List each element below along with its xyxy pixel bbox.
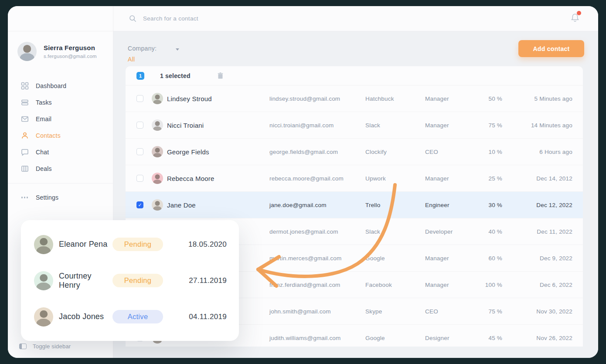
avatar xyxy=(152,146,163,157)
contact-percent: 45 % xyxy=(483,335,502,341)
app-window: Sierra Ferguson s.ferguson@gmail.com Das… xyxy=(8,6,598,358)
trash-icon xyxy=(218,72,223,79)
card-contact-name: Courtney Henry xyxy=(59,272,112,290)
avatar xyxy=(34,235,53,254)
topbar xyxy=(113,6,598,31)
selected-count-badge: 1 xyxy=(136,72,144,80)
search-bar[interactable] xyxy=(129,15,570,22)
sidebar-item-settings[interactable]: Settings xyxy=(8,189,113,206)
avatar xyxy=(152,93,163,104)
toggle-sidebar-button[interactable]: Toggle sidebar xyxy=(19,343,71,350)
contact-company: Clockify xyxy=(365,149,425,155)
table-row-selected[interactable]: Jane Doe jane.doe@gmail.com Trello Engin… xyxy=(126,192,583,218)
avatar xyxy=(152,173,163,184)
status-badge-pending: Pending xyxy=(112,274,163,287)
toggle-sidebar-label: Toggle sidebar xyxy=(33,343,71,350)
contact-updated: 6 Hours ago xyxy=(502,149,572,155)
selected-label: 1 selected xyxy=(160,72,191,79)
contact-role: Manager xyxy=(425,95,483,102)
sidebar-item-dashboard[interactable]: Dashboard xyxy=(8,78,113,94)
table-row[interactable]: Lindsey Stroud lindsey.stroud@gmail.com … xyxy=(126,85,583,112)
contact-name: Rebecca Moore xyxy=(167,175,269,182)
contact-name: Lindsey Stroud xyxy=(167,95,269,102)
avatar xyxy=(152,119,163,131)
toggle-sidebar-icon xyxy=(19,344,27,349)
user-profile[interactable]: Sierra Ferguson s.ferguson@gmail.com xyxy=(8,31,113,61)
contact-updated: Dec 6, 2022 xyxy=(502,282,572,288)
card-row[interactable]: Courtney Henry Pending 27.11.2019 xyxy=(21,271,239,290)
sidebar-item-chat[interactable]: Chat xyxy=(8,144,113,160)
ellipsis-icon xyxy=(20,194,29,202)
person-icon xyxy=(20,132,29,140)
contact-updated: Dec 9, 2022 xyxy=(502,255,572,262)
sidebar-item-tasks[interactable]: Tasks xyxy=(8,94,113,111)
contact-company: Facebook xyxy=(365,282,425,288)
contact-percent: 100 % xyxy=(483,282,502,288)
contact-updated: Dec 11, 2022 xyxy=(502,228,572,235)
contact-role: Developer xyxy=(425,228,483,235)
table-row[interactable]: George Fields george.fields@gmail.com Cl… xyxy=(126,139,583,165)
contact-email: lindsey.stroud@gmail.com xyxy=(269,95,365,102)
card-date: 18.05.2020 xyxy=(174,240,227,249)
contact-role: Engineer xyxy=(425,202,483,208)
sidebar-item-label: Chat xyxy=(36,149,49,156)
contact-email: martin.merces@gmail.com xyxy=(269,255,365,262)
sidebar-item-label: Settings xyxy=(36,194,58,201)
status-overlay-card: Eleanor Pena Pending 18.05.2020 Courtney… xyxy=(21,220,239,341)
filter-value[interactable]: All xyxy=(128,56,179,63)
table-row[interactable]: Rebecca Moore rebecca.moore@gmail.com Up… xyxy=(126,165,583,192)
contact-email: nicci.troiani@gmail.com xyxy=(269,122,365,129)
contact-role: Designer xyxy=(425,335,483,341)
magnifier-icon xyxy=(129,15,136,22)
card-date: 27.11.2019 xyxy=(174,276,227,285)
search-input[interactable] xyxy=(143,15,326,22)
contact-updated: 14 Minutes ago xyxy=(502,122,572,129)
chat-bubble-icon xyxy=(20,148,29,156)
sidebar-item-label: Tasks xyxy=(36,99,52,106)
delete-selected-button[interactable] xyxy=(218,72,223,79)
contact-role: CEO xyxy=(425,149,483,155)
card-date: 04.11.2019 xyxy=(174,313,227,321)
status-badge-pending: Pending xyxy=(112,238,163,251)
notifications-button[interactable] xyxy=(570,13,580,25)
chevron-down-icon xyxy=(176,48,179,51)
contact-email: judith.williams@gmail.com xyxy=(269,335,365,341)
contact-company: Hatchbuck xyxy=(365,95,425,102)
contact-updated: Nov 30, 2022 xyxy=(502,308,572,315)
contact-role: Manager xyxy=(425,122,483,129)
avatar xyxy=(17,42,37,61)
card-row[interactable]: Eleanor Pena Pending 18.05.2020 xyxy=(21,235,239,254)
contact-company: Slack xyxy=(365,122,425,129)
dashboard-grid-icon xyxy=(20,82,29,90)
add-contact-button[interactable]: Add contact xyxy=(518,40,584,57)
card-contact-name: Jacob Jones xyxy=(59,312,112,321)
sidebar-item-label: Email xyxy=(36,116,51,122)
contact-email: john.smith@gmail.com xyxy=(269,308,365,315)
contact-updated: 5 Minutes ago xyxy=(502,95,572,102)
contact-role: Manager xyxy=(425,255,483,262)
sidebar-item-email[interactable]: Email xyxy=(8,111,113,127)
sidebar-item-label: Contacts xyxy=(36,132,61,139)
envelope-icon xyxy=(20,115,29,123)
card-row[interactable]: Jacob Jones Active 04.11.2019 xyxy=(21,307,239,327)
contact-company: Google xyxy=(365,255,425,262)
contact-name: Jane Doe xyxy=(167,201,269,209)
avatar xyxy=(34,307,53,327)
row-checkbox[interactable] xyxy=(136,122,143,129)
sidebar-item-contacts[interactable]: Contacts xyxy=(8,127,113,144)
row-checkbox[interactable] xyxy=(136,95,143,102)
row-checkbox[interactable] xyxy=(136,148,143,155)
sidebar-menu: Dashboard Tasks Email xyxy=(8,78,113,206)
contact-company: Trello xyxy=(365,202,425,208)
contact-percent: 30 % xyxy=(483,202,502,208)
row-checkbox-checked[interactable] xyxy=(136,201,143,208)
sidebar-item-deals[interactable]: Deals xyxy=(8,160,113,177)
contact-percent: 25 % xyxy=(483,175,502,182)
avatar xyxy=(34,271,53,290)
company-filter[interactable]: Company: All xyxy=(128,44,179,63)
row-checkbox[interactable] xyxy=(136,175,143,182)
contact-name: George Fields xyxy=(167,148,269,156)
contact-updated: Dec 12, 2022 xyxy=(502,202,572,208)
table-row[interactable]: Nicci Troiani nicci.troiani@gmail.com Sl… xyxy=(126,112,583,139)
contact-percent: 60 % xyxy=(483,255,502,262)
